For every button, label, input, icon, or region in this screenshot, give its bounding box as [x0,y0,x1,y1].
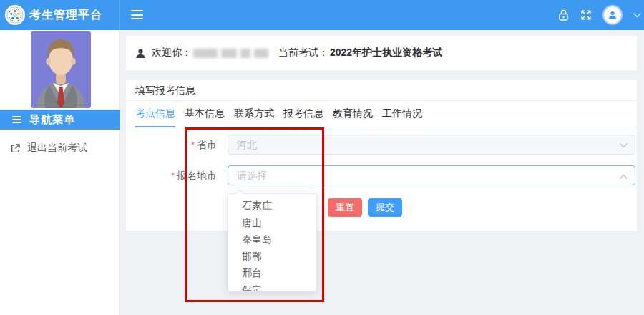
caret-down-icon[interactable] [633,9,641,21]
exit-exam-label: 退出当前考试 [27,142,87,155]
menu-icon [12,116,21,123]
external-link-icon [10,143,21,154]
form-tabs: 考点信息 基本信息 联系方式 报考信息 教育情况 工作情况 [126,101,637,127]
top-header: 考生管理平台 [0,0,644,30]
required-mark: * [191,140,195,150]
required-mark: * [171,170,175,181]
sidebar-nav-menu-header[interactable]: 导航菜单 [0,110,120,130]
sidebar-item-exit-exam[interactable]: 退出当前考试 [0,137,120,159]
province-label: *省市 [126,135,217,155]
logo-area: 考生管理平台 [0,0,120,30]
lock-icon[interactable] [557,9,570,21]
dropdown-option-xingtai[interactable]: 邢台 [228,265,316,282]
dropdown-option-baoding[interactable]: 保定 [228,282,316,293]
dropdown-option-tangshan[interactable]: 唐山 [228,215,316,232]
tab-exam-site-info[interactable]: 考点信息 [135,101,175,127]
registration-form-card: 填写报考信息 考点信息 基本信息 联系方式 报考信息 教育情况 工作情况 *省市… [126,80,637,231]
app-logo-icon [5,5,25,25]
chevron-down-icon [620,135,628,155]
tab-contact-info[interactable]: 联系方式 [234,101,274,127]
city-select[interactable]: 请选择 [228,165,635,185]
greeting-label: 欢迎你： [152,47,192,59]
chevron-up-icon [620,166,628,186]
fullscreen-icon[interactable] [580,9,592,21]
app-title: 考生管理平台 [29,8,102,23]
user-avatar-icon[interactable] [602,5,623,25]
dropdown-option-handan[interactable]: 邯郸 [228,248,316,266]
submit-button[interactable]: 提交 [368,198,402,217]
current-exam-title: 2022年护士执业资格考试 [330,47,442,59]
province-value: 河北 [237,139,257,150]
hamburger-icon[interactable] [131,10,143,20]
city-placeholder: 请选择 [237,170,267,181]
dropdown-option-shijiazhuang[interactable]: 石家庄 [228,198,316,215]
tab-registration-info[interactable]: 报考信息 [283,101,323,127]
tab-education-info[interactable]: 教育情况 [333,101,373,127]
form-card-title: 填写报考信息 [126,80,637,101]
reset-button[interactable]: 重置 [328,198,362,217]
welcome-bar: 欢迎你： 当前考试： 2022年护士执业资格考试 [126,36,637,70]
dropdown-option-qinhuangdao[interactable]: 秦皇岛 [228,231,316,248]
city-label: *报名地市 [126,165,217,185]
redacted-candidate-name [193,49,268,58]
current-exam-label: 当前考试： [278,47,328,59]
province-select[interactable]: 河北 [228,135,635,155]
tab-basic-info[interactable]: 基本信息 [185,101,225,127]
province-form-row: *省市 河北 [126,135,637,155]
tab-work-info[interactable]: 工作情况 [382,101,422,127]
city-dropdown: 石家庄 唐山 秦皇岛 邯郸 邢台 保定 [228,193,317,292]
sidebar: 导航菜单 退出当前考试 [0,30,120,315]
user-icon [135,48,146,59]
city-form-row: *报名地市 请选择 [126,165,637,185]
candidate-photo [31,32,91,108]
nav-menu-label: 导航菜单 [29,113,75,127]
